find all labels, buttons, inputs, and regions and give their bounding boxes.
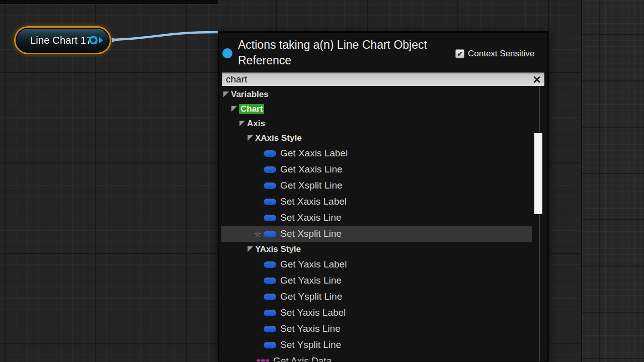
tree-row-label: XAxis Style (255, 133, 302, 143)
tree-row-label: Set Xaxis Label (280, 196, 347, 207)
action-tree-list: VariablesChartAxisXAxis StyleGet Xaxis L… (221, 87, 545, 361)
variable-pill-icon (264, 294, 276, 300)
context-sensitive-label: Context Sensitive (468, 49, 534, 59)
tree-category-row[interactable]: Variables (221, 87, 532, 102)
tree-row-label: Get Yaxis Line (280, 275, 342, 286)
variable-pill-icon (264, 342, 276, 348)
variable-pill-icon (264, 183, 276, 189)
tree-row-label: Axis (247, 119, 265, 129)
variable-pill-icon (264, 166, 276, 173)
tree-row-label: Get Yaxis Label (280, 259, 347, 270)
tree-category-row[interactable]: Axis (221, 116, 532, 131)
tree-category-row[interactable]: YAxis Style (221, 242, 532, 256)
tree-row-label: Set Yaxis Label (280, 307, 346, 318)
tree-action-row[interactable]: Get Axis Data (221, 353, 532, 361)
search-field: ✕ (222, 72, 544, 86)
expander-arrow-icon[interactable] (223, 92, 229, 97)
tree-row-label: Get Xaxis Label (280, 148, 348, 159)
variable-pill-icon (264, 199, 276, 205)
tree-row-label: Set Ysplit Line (280, 339, 341, 350)
tree-row-label: Get Ysplit Line (280, 291, 342, 302)
struct-icon (257, 359, 269, 362)
tree-action-row[interactable]: Set Ysplit Line (221, 337, 532, 353)
context-sensitive-control: ✔ Context Sensitive (455, 49, 534, 59)
tree-action-row[interactable]: Get Xaxis Label (221, 145, 532, 161)
tree-row-label: Variables (231, 89, 269, 100)
object-pin-arrow-icon (99, 37, 103, 43)
tree-action-row[interactable]: Set Xaxis Label (221, 194, 532, 210)
tree-action-row[interactable]: Set Yaxis Line (221, 321, 532, 337)
variable-pill-icon (264, 231, 276, 237)
tree-action-row[interactable]: Get Xsplit Line (221, 177, 532, 194)
object-output-pin-icon[interactable] (89, 36, 98, 45)
tree-action-row[interactable]: Get Ysplit Line (221, 289, 532, 305)
action-context-menu: Actions taking a(n) Line Chart Object Re… (218, 31, 548, 362)
scrollbar-track[interactable] (539, 87, 540, 361)
scrollbar-thumb[interactable] (534, 132, 543, 215)
tree-row-label: Set Yaxis Line (280, 323, 341, 334)
tree-row-label: Set Xaxis Line (280, 212, 341, 223)
tree-action-row[interactable]: Set Xaxis Line (221, 210, 532, 226)
tree-row-label: Chart (239, 104, 264, 114)
variable-pill-icon (264, 326, 276, 332)
clear-search-icon[interactable]: ✕ (529, 73, 544, 86)
tree-action-row[interactable]: Set Yaxis Label (221, 305, 532, 321)
secondary-grid-panel (581, 0, 644, 362)
expander-arrow-icon[interactable] (239, 121, 245, 126)
search-input[interactable] (222, 74, 529, 85)
favorite-star-icon[interactable]: ☆ (254, 229, 261, 239)
context-sensitive-checkbox[interactable]: ✔ (455, 49, 464, 58)
tree-action-row[interactable]: Get Yaxis Label (221, 256, 532, 273)
tree-row-label: YAxis Style (255, 244, 301, 254)
reference-pin-dot-icon (222, 48, 232, 58)
tree-row-label: Set Xsplit Line (280, 228, 341, 239)
checkmark-icon: ✔ (457, 50, 463, 58)
tree-row-label: Get Xsplit Line (280, 180, 343, 191)
variable-pill-icon (264, 150, 276, 157)
variable-pill-icon (264, 215, 276, 221)
expander-arrow-icon[interactable] (248, 246, 253, 252)
expander-arrow-icon[interactable] (248, 135, 253, 141)
tree-action-row[interactable]: ☆Set Xsplit Line (221, 226, 532, 242)
tree-category-row[interactable]: XAxis Style (221, 131, 532, 145)
node-title: Line Chart 174 (16, 35, 98, 46)
variable-pill-icon (264, 310, 276, 316)
tree-action-row[interactable]: Get Xaxis Line (221, 161, 532, 177)
tree-category-row[interactable]: Chart (221, 102, 532, 116)
tree-row-label: Get Xaxis Line (280, 164, 343, 175)
variable-pill-icon (264, 261, 276, 268)
tree-row-label: Get Axis Data (273, 355, 332, 361)
grid-major-line (0, 0, 218, 4)
tree-action-row[interactable]: Get Yaxis Line (221, 273, 532, 289)
expander-arrow-icon[interactable] (231, 106, 237, 112)
variable-pill-icon (264, 278, 276, 284)
menu-title: Actions taking a(n) Line Chart Object Re… (238, 37, 465, 68)
node-line-chart[interactable]: Line Chart 174 (14, 26, 111, 54)
